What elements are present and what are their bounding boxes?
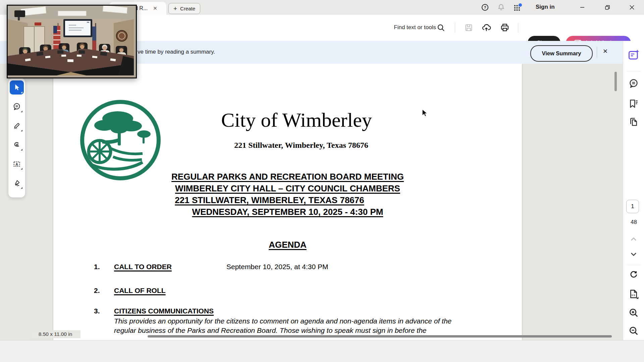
page-number-input[interactable]: [626, 200, 639, 213]
chevron-up-icon: [630, 237, 637, 241]
document-view: City of Wimberley 221 Stillwater, Wimber…: [0, 64, 623, 340]
vertical-scrollbar-thumb[interactable]: [614, 72, 617, 91]
bookmarks-panel-button[interactable]: [629, 99, 639, 109]
highlighter-icon: [13, 122, 21, 130]
tool-comment-button[interactable]: [10, 100, 24, 114]
print-button[interactable]: [500, 23, 509, 32]
banner-divider: [597, 47, 597, 58]
banner-close-button[interactable]: ✕: [603, 48, 608, 55]
item-title: CALL OF ROLL: [114, 287, 166, 295]
comment-icon: [13, 103, 21, 111]
zoom-out-button[interactable]: [629, 326, 639, 336]
meeting-line: WEDNESDAY, SEPTEMBER 10, 2025 - 4:30 PM: [53, 206, 522, 218]
meeting-line: REGULAR PARKS AND RECREATION BOARD MEETI…: [53, 171, 522, 183]
apps-grid-icon: [514, 3, 522, 11]
chevron-down-icon: [630, 252, 637, 257]
fill-sign-icon: [13, 179, 21, 187]
view-summary-button[interactable]: View Summary: [530, 45, 593, 62]
actual-size-icon: 1:1: [629, 289, 639, 299]
doc-title: City of Wimberley: [154, 109, 439, 132]
meeting-video-overlay[interactable]: [7, 5, 137, 78]
svg-text:A: A: [15, 162, 18, 166]
svg-text:1:1: 1:1: [631, 294, 635, 297]
item-detail: September 10, 2025, at 4:30 PM: [226, 263, 328, 271]
city-logo: [78, 98, 163, 182]
previous-page-button[interactable]: [630, 237, 637, 241]
minimize-button[interactable]: [576, 2, 588, 13]
tool-select-button[interactable]: [10, 80, 24, 95]
zoom-out-icon: [629, 326, 639, 336]
meeting-line: 221 STILLWATER, WIMBERLEY, TEXAS 78676: [35, 194, 504, 206]
restore-button[interactable]: [601, 2, 613, 13]
comments-panel-button[interactable]: [629, 78, 639, 88]
item-title: CALL TO ORDER: [114, 263, 172, 271]
item-title: CITIZENS COMMUNICATIONS: [114, 307, 214, 315]
create-label: Create: [180, 6, 195, 11]
actual-size-button[interactable]: 1:1: [629, 289, 639, 299]
ai-assistant-panel-button[interactable]: [628, 49, 640, 61]
meeting-line: WIMBERLEY CITY HALL – CITY COUNCIL CHAMB…: [53, 183, 522, 194]
mouse-cursor: [421, 109, 429, 118]
tab-close-icon[interactable]: ✕: [153, 5, 157, 11]
cursor-icon: [13, 84, 20, 91]
find-tools-button[interactable]: Find text or tools: [369, 24, 436, 31]
doc-address: 221 Stillwater, Wimberley, Texas 78676: [201, 141, 402, 150]
bell-icon: [497, 3, 505, 11]
item-number: 3.: [94, 307, 100, 315]
help-button[interactable]: ?: [481, 4, 489, 11]
page-thumbnails-button[interactable]: [629, 117, 639, 127]
notifications-button[interactable]: [497, 3, 505, 11]
meeting-heading-block: REGULAR PARKS AND RECREATION BOARD MEETI…: [53, 171, 522, 218]
banner-message: ve time by reading a summary.: [138, 49, 215, 55]
draw-icon: [13, 141, 21, 149]
tool-sign-button[interactable]: [10, 176, 24, 190]
restore-icon: [605, 5, 610, 10]
apps-grid-button[interactable]: [514, 3, 522, 11]
tool-highlight-button[interactable]: [10, 119, 24, 133]
meeting-room-scene: [8, 6, 134, 75]
next-page-button[interactable]: [630, 252, 637, 257]
help-icon: ?: [481, 4, 489, 11]
print-icon: [500, 23, 509, 32]
svg-text:?: ?: [484, 5, 486, 9]
item-number: 2.: [94, 287, 100, 295]
item-number: 1.: [94, 263, 100, 271]
rotate-button[interactable]: [629, 269, 638, 279]
save-icon: [465, 23, 473, 32]
rotate-icon: [629, 269, 638, 279]
tool-draw-button[interactable]: [10, 138, 24, 152]
taskbar: 4 Air quality alert In effect Search: [0, 340, 644, 362]
pages-copy-icon: [629, 117, 639, 127]
cloud-upload-icon: [482, 23, 491, 32]
comments-icon: [629, 78, 639, 88]
horizontal-scrollbar-thumb[interactable]: [148, 335, 612, 338]
create-button[interactable]: + Create: [168, 3, 200, 14]
textbox-icon: A: [13, 160, 21, 168]
plus-icon: +: [173, 5, 177, 12]
zoom-in-icon: [629, 308, 639, 318]
citizens-note-line: This provides an opportunity for the cit…: [114, 317, 496, 325]
document-page: City of Wimberley 221 Stillwater, Wimber…: [53, 64, 522, 340]
cloud-upload-button[interactable]: [482, 23, 491, 32]
signin-button[interactable]: Sign in: [536, 4, 555, 10]
page-size-label: 8.50 x 11.00 in: [30, 330, 80, 338]
citizens-note-line: regular business of the Parks and Recrea…: [114, 326, 496, 335]
zoom-in-button[interactable]: [629, 308, 639, 318]
right-tools-panel: 48 1:1: [623, 41, 644, 340]
ai-summary-icon: [628, 49, 640, 61]
page-total: 48: [623, 219, 644, 226]
tool-textbox-button[interactable]: A: [10, 157, 24, 171]
close-icon: [630, 5, 634, 10]
search-icon[interactable]: [437, 23, 445, 32]
save-button[interactable]: [464, 23, 473, 32]
minimize-icon: [580, 5, 585, 10]
bookmark-icon: [629, 99, 639, 109]
quick-tools-panel: A: [8, 78, 25, 198]
close-button[interactable]: [626, 2, 638, 13]
agenda-heading: AGENDA: [53, 240, 522, 250]
